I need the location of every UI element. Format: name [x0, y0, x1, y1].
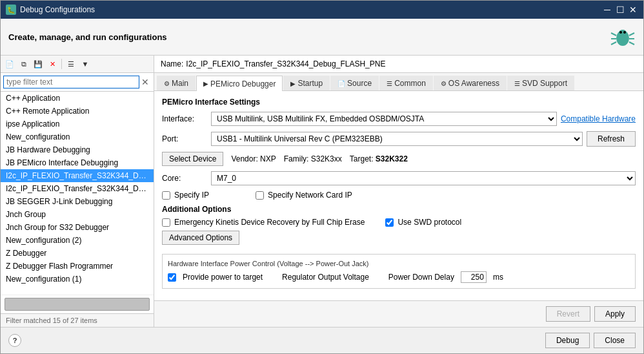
search-container: ✕ — [1, 73, 154, 92]
emergency-recovery-checkbox[interactable] — [162, 218, 170, 227]
specify-ip-label: Specify IP — [174, 191, 209, 200]
tab-source-label: Source — [347, 79, 372, 88]
svg-line-4 — [611, 42, 616, 45]
port-select[interactable]: USB1 - Multilink Universal Rev C (PEM323… — [211, 132, 583, 146]
power-down-value-input[interactable] — [461, 271, 487, 283]
tab-source[interactable]: 📄 Source — [330, 76, 379, 90]
family-info: Family: S32K3xx — [284, 154, 342, 163]
svg-point-8 — [619, 31, 622, 34]
duplicate-button[interactable]: ⧉ — [17, 57, 30, 70]
list-item-selected[interactable]: I2c_IP_FLEXIO_Transfer_S32K344_Debug_FL — [1, 169, 154, 182]
power-down-delay-label: Power Down Delay — [388, 273, 454, 282]
delete-button[interactable]: ✕ — [46, 57, 59, 70]
power-row: Provide power to target Regulator Output… — [168, 271, 630, 283]
additional-options-title: Additional Options — [162, 205, 636, 214]
left-toolbar: 📄 ⧉ 💾 ✕ ☰ ▼ — [1, 56, 154, 73]
ms-label: ms — [493, 273, 503, 282]
tab-os-awareness-label: OS Awareness — [448, 79, 499, 88]
tab-os-awareness[interactable]: ⚙ OS Awareness — [434, 76, 507, 90]
save-button[interactable]: 💾 — [32, 57, 45, 70]
tab-svd-support[interactable]: ☰ SVD Support — [507, 76, 574, 90]
filter-dropdown[interactable]: ▼ — [79, 57, 92, 70]
debug-button[interactable]: Debug — [545, 333, 590, 348]
list-item[interactable]: ipse Application — [1, 118, 154, 130]
specify-ip-checkbox[interactable] — [162, 191, 170, 200]
list-item[interactable]: JB Hardware Debugging — [1, 143, 154, 156]
list-item[interactable]: New_configuration — [1, 130, 154, 143]
list-item[interactable]: C++ Application — [1, 92, 154, 105]
search-input[interactable] — [3, 76, 139, 88]
target-info: Target: S32K322 — [350, 154, 408, 163]
list-item[interactable]: I2c_IP_FLEXIO_Transfer_S32K344_Debug_RA — [1, 182, 154, 195]
bottom-buttons: Revert Apply — [154, 300, 643, 327]
window-icon: 🐛 — [6, 5, 16, 15]
compatible-hardware-link[interactable]: Compatible Hardware — [561, 114, 636, 123]
header-title: Create, manage, and run configurations — [8, 32, 167, 42]
close-button[interactable]: Close — [594, 333, 636, 348]
scrollbar-area[interactable] — [1, 295, 154, 313]
select-device-button[interactable]: Select Device — [162, 152, 223, 166]
help-button[interactable]: ? — [8, 334, 21, 347]
tab-main[interactable]: ⚙ Main — [157, 76, 196, 90]
core-select[interactable]: M7_0 — [211, 171, 636, 185]
list-item[interactable]: C++ Remote Application — [1, 105, 154, 118]
startup-tab-icon: ▶ — [290, 80, 296, 87]
window-controls: ─ ☐ ✕ — [602, 5, 638, 15]
list-item[interactable]: Z Debugger — [1, 247, 154, 260]
apply-button[interactable]: Apply — [594, 306, 636, 322]
list-item[interactable]: New_configuration (1) — [1, 273, 154, 286]
footer-buttons: ? Debug Close — [1, 327, 643, 353]
emergency-recovery-row: Emergency Kinetis Device Recovery by Ful… — [162, 218, 636, 227]
power-section-title: Hardware Interface Power Control (Voltag… — [168, 260, 630, 267]
specify-ip-row: Specify IP Specify Network Card IP — [162, 191, 636, 200]
close-window-button[interactable]: ✕ — [628, 5, 638, 15]
port-row: Port: USB1 - Multilink Universal Rev C (… — [162, 131, 636, 147]
tab-startup[interactable]: ▶ Startup — [283, 76, 330, 90]
list-item[interactable]: JB SEGGER J-Link Debugging — [1, 195, 154, 208]
source-tab-icon: 📄 — [337, 80, 345, 87]
tab-svd-support-label: SVD Support — [522, 79, 567, 88]
scrollbar-thumb[interactable] — [5, 298, 150, 311]
specify-network-label: Specify Network Card IP — [268, 191, 352, 200]
core-label: Core: — [162, 174, 207, 183]
name-bar: Name: I2c_IP_FLEXIO_Transfer_S32K344_Deb… — [154, 56, 643, 73]
right-panel: Name: I2c_IP_FLEXIO_Transfer_S32K344_Deb… — [154, 56, 643, 327]
interface-select[interactable]: USB Multilink, USB Multilink FX, Embedde… — [211, 112, 557, 126]
list-item[interactable]: Jnch Group — [1, 208, 154, 221]
list-item[interactable]: JB PEMicro Interface Debugging — [1, 156, 154, 169]
port-label: Port: — [162, 134, 207, 143]
interface-row: Interface: USB Multilink, USB Multilink … — [162, 112, 636, 126]
device-info: Vendor: NXP Family: S32K3xx Target: S32K… — [231, 154, 408, 163]
vendor-info: Vendor: NXP — [231, 154, 276, 163]
advanced-options-button[interactable]: Advanced Options — [162, 231, 239, 245]
minimize-button[interactable]: ─ — [602, 5, 612, 15]
provide-power-checkbox[interactable] — [168, 273, 176, 282]
window-title: Debug Configurations — [20, 5, 598, 14]
tab-pemicro[interactable]: ▶ PEMicro Debugger — [196, 76, 283, 91]
svg-line-5 — [629, 33, 634, 36]
tab-content-pemicro: PEMicro Interface Settings Interface: US… — [154, 91, 643, 300]
use-swd-label: Use SWD protocol — [397, 218, 461, 227]
revert-button[interactable]: Revert — [546, 306, 590, 322]
filter-button[interactable]: ☰ — [65, 57, 77, 70]
pemicro-tab-icon: ▶ — [203, 80, 208, 87]
maximize-button[interactable]: ☐ — [615, 5, 625, 15]
main-tab-icon: ⚙ — [164, 80, 170, 87]
list-item[interactable]: Z Debugger Flash Programmer — [1, 260, 154, 273]
toolbar-separator — [61, 59, 62, 69]
refresh-button[interactable]: Refresh — [587, 131, 636, 147]
list-item[interactable]: Jnch Group for S32 Debugger — [1, 221, 154, 234]
specify-network-checkbox[interactable] — [256, 191, 264, 200]
debug-configurations-window: 🐛 Debug Configurations ─ ☐ ✕ Create, man… — [0, 0, 644, 354]
interface-label: Interface: — [162, 114, 207, 123]
name-value: I2c_IP_FLEXIO_Transfer_S32K344_Debug_FLA… — [186, 59, 385, 68]
search-clear-button[interactable]: ✕ — [139, 76, 151, 88]
tab-pemicro-label: PEMicro Debugger — [210, 79, 276, 88]
list-item[interactable]: New_configuration (2) — [1, 234, 154, 247]
bug-icon — [610, 24, 636, 50]
tab-main-label: Main — [172, 79, 188, 88]
family-value: S32K3xx — [311, 154, 342, 163]
use-swd-checkbox[interactable] — [385, 218, 394, 227]
tab-common[interactable]: ☰ Common — [379, 76, 433, 90]
new-config-button[interactable]: 📄 — [3, 57, 16, 70]
